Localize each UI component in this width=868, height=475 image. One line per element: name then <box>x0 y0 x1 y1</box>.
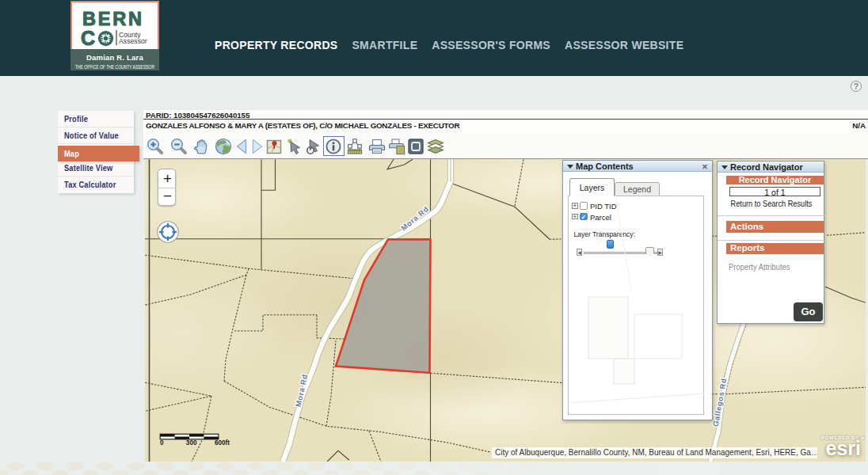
svg-text:0: 0 <box>160 439 164 446</box>
svg-text:600ft: 600ft <box>215 439 230 446</box>
svg-text:300: 300 <box>186 439 197 446</box>
